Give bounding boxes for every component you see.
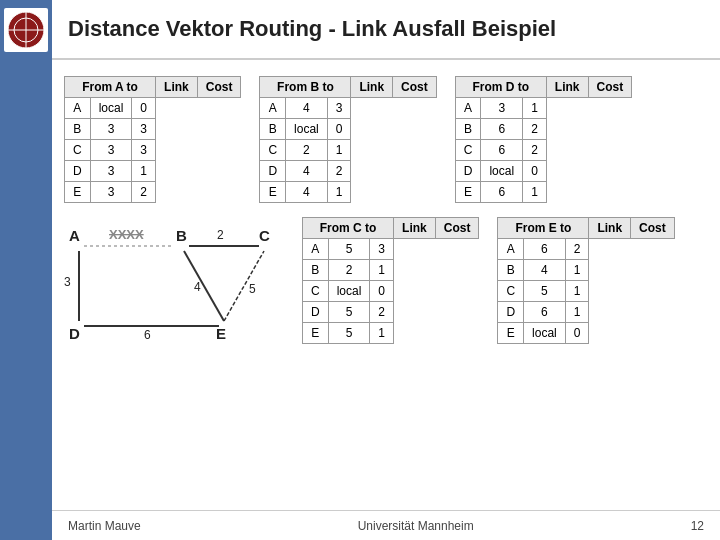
cell-dest: D bbox=[303, 302, 329, 323]
table-row: A62 bbox=[498, 239, 674, 260]
cell-link: 2 bbox=[328, 260, 370, 281]
table-row: Alocal0 bbox=[65, 98, 241, 119]
table-from-c-cost-header: Cost bbox=[435, 218, 479, 239]
cell-cost: 3 bbox=[132, 119, 156, 140]
cell-link: 4 bbox=[286, 98, 328, 119]
table-row: C33 bbox=[65, 140, 241, 161]
header: Distance Vektor Routing - Link Ausfall B… bbox=[52, 0, 720, 60]
cell-cost: 1 bbox=[565, 281, 589, 302]
cell-dest: E bbox=[498, 323, 524, 344]
cell-link: 6 bbox=[481, 182, 523, 203]
cell-dest: A bbox=[260, 98, 286, 119]
cell-dest: C bbox=[455, 140, 481, 161]
cell-cost: 0 bbox=[565, 323, 589, 344]
table-row: D52 bbox=[303, 302, 479, 323]
node-e-label: E bbox=[216, 325, 226, 342]
footer: Martin Mauve Universität Mannheim 12 bbox=[52, 510, 720, 540]
edge-label-diag: 5 bbox=[249, 282, 256, 296]
page-title: Distance Vektor Routing - Link Ausfall B… bbox=[68, 16, 556, 42]
table-row: B33 bbox=[65, 119, 241, 140]
cell-dest: A bbox=[65, 98, 91, 119]
svg-line-6 bbox=[184, 251, 224, 321]
table-from-b-cost-header: Cost bbox=[393, 77, 437, 98]
table-row: E51 bbox=[303, 323, 479, 344]
footer-right: 12 bbox=[691, 519, 704, 533]
node-diagram: A B C D E XXXX 3 6 4 2 5 bbox=[64, 221, 284, 351]
cell-cost: 1 bbox=[327, 140, 351, 161]
cell-cost: 2 bbox=[565, 239, 589, 260]
cell-dest: E bbox=[65, 182, 91, 203]
table-row: A31 bbox=[455, 98, 631, 119]
node-c-label: C bbox=[259, 227, 270, 244]
table-from-a-caption: From A to bbox=[65, 77, 156, 98]
table-row: C62 bbox=[455, 140, 631, 161]
cell-dest: A bbox=[303, 239, 329, 260]
table-row: D31 bbox=[65, 161, 241, 182]
cell-link: local bbox=[524, 323, 566, 344]
table-row: A43 bbox=[260, 98, 436, 119]
edge-label-bc: 2 bbox=[217, 228, 224, 242]
cell-dest: C bbox=[65, 140, 91, 161]
cell-cost: 3 bbox=[327, 98, 351, 119]
cell-dest: B bbox=[303, 260, 329, 281]
node-b-label: B bbox=[176, 227, 187, 244]
table-from-e-caption: From E to bbox=[498, 218, 589, 239]
cell-link: 3 bbox=[90, 182, 132, 203]
cell-link: 5 bbox=[328, 323, 370, 344]
cell-dest: A bbox=[498, 239, 524, 260]
table-from-a-link-header: Link bbox=[156, 77, 198, 98]
cell-link: local bbox=[286, 119, 328, 140]
table-row: Clocal0 bbox=[303, 281, 479, 302]
table-row: B62 bbox=[455, 119, 631, 140]
table-from-d-caption: From D to bbox=[455, 77, 546, 98]
table-row: E32 bbox=[65, 182, 241, 203]
node-d-label: D bbox=[69, 325, 80, 342]
svg-line-8 bbox=[224, 251, 264, 321]
cell-cost: 2 bbox=[370, 302, 394, 323]
table-from-c-link-header: Link bbox=[394, 218, 436, 239]
cell-link: local bbox=[481, 161, 523, 182]
cell-dest: E bbox=[260, 182, 286, 203]
diagram-svg: A B C D E XXXX 3 6 4 2 5 bbox=[64, 221, 284, 351]
table-from-d-cost-header: Cost bbox=[588, 77, 632, 98]
table-row: B21 bbox=[303, 260, 479, 281]
cell-dest: C bbox=[260, 140, 286, 161]
table-row: Elocal0 bbox=[498, 323, 674, 344]
cell-cost: 0 bbox=[370, 281, 394, 302]
table-row: A53 bbox=[303, 239, 479, 260]
cell-dest: D bbox=[260, 161, 286, 182]
cell-cost: 1 bbox=[132, 161, 156, 182]
cell-link: 5 bbox=[524, 281, 566, 302]
logo bbox=[4, 8, 48, 52]
table-row: C51 bbox=[498, 281, 674, 302]
cell-cost: 2 bbox=[327, 161, 351, 182]
cell-link: local bbox=[328, 281, 370, 302]
table-row: B41 bbox=[498, 260, 674, 281]
cell-cost: 1 bbox=[327, 182, 351, 203]
cell-cost: 1 bbox=[370, 323, 394, 344]
node-a-label: A bbox=[69, 227, 80, 244]
sidebar bbox=[0, 0, 52, 540]
table-from-d: From D to Link Cost A31B62C62Dlocal0E61 bbox=[455, 76, 632, 203]
cell-dest: C bbox=[498, 281, 524, 302]
xxxx-label: XXXX bbox=[109, 227, 144, 242]
cell-dest: B bbox=[498, 260, 524, 281]
cell-link: 6 bbox=[481, 119, 523, 140]
tables-row-1: From A to Link Cost Alocal0B33C33D31E32 … bbox=[64, 76, 708, 203]
cell-cost: 2 bbox=[132, 182, 156, 203]
cell-dest: C bbox=[303, 281, 329, 302]
cell-link: local bbox=[90, 98, 132, 119]
table-from-e-cost-header: Cost bbox=[631, 218, 675, 239]
cell-dest: D bbox=[498, 302, 524, 323]
table-from-b: From B to Link Cost A43Blocal0C21D42E41 bbox=[259, 76, 436, 203]
table-row: E41 bbox=[260, 182, 436, 203]
table-row: D42 bbox=[260, 161, 436, 182]
table-row: Dlocal0 bbox=[455, 161, 631, 182]
table-from-c-caption: From C to bbox=[303, 218, 394, 239]
cell-cost: 0 bbox=[132, 98, 156, 119]
cell-cost: 3 bbox=[132, 140, 156, 161]
cell-cost: 0 bbox=[327, 119, 351, 140]
cell-link: 4 bbox=[286, 182, 328, 203]
table-row: E61 bbox=[455, 182, 631, 203]
cell-link: 3 bbox=[90, 140, 132, 161]
